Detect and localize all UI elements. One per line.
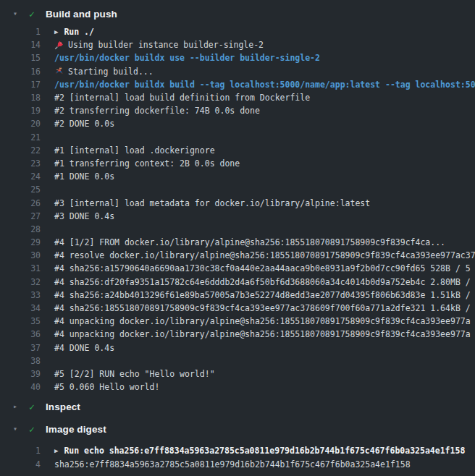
log-line: 1▶Run echo sha256:e7ff8834a5963a2785c5a0… bbox=[0, 444, 475, 457]
line-number[interactable]: 28 bbox=[0, 224, 41, 234]
line-number[interactable]: 25 bbox=[0, 184, 41, 195]
log-line: 35#4 unpacking docker.io/library/alpine@… bbox=[0, 315, 475, 328]
line-number[interactable]: 17 bbox=[0, 80, 41, 90]
line-content: #5 [2/2] RUN echo "Hello world!" bbox=[54, 369, 215, 379]
line-text: #1 transferring context: 2B 0.0s done bbox=[54, 158, 240, 169]
log-line: 24#1 DONE 0.0s bbox=[0, 170, 475, 183]
section-title: Image digest bbox=[46, 424, 106, 435]
expand-run-chevron-icon[interactable]: ▶ bbox=[54, 29, 58, 35]
runner-icon bbox=[54, 67, 64, 76]
line-content: #3 DONE 0.4s bbox=[54, 211, 114, 221]
line-text: #3 DONE 0.4s bbox=[54, 211, 114, 221]
line-text: #4 unpacking docker.io/library/alpine@sh… bbox=[54, 316, 471, 326]
log-line: 27#3 DONE 0.4s bbox=[0, 210, 475, 223]
line-number[interactable]: 24 bbox=[0, 171, 41, 182]
log-line: 32#4 sha256:df20fa9351a15782c64e6dddb2d4… bbox=[0, 276, 475, 289]
expand-run-chevron-icon[interactable]: ▶ bbox=[54, 448, 58, 454]
line-number[interactable]: 40 bbox=[0, 382, 41, 392]
line-content: Starting build... bbox=[54, 67, 154, 77]
line-number[interactable]: 20 bbox=[0, 119, 41, 129]
line-number[interactable]: 26 bbox=[0, 198, 41, 208]
line-text: Run echo sha256:e7ff8834a5963a2785c5a081… bbox=[64, 446, 465, 456]
line-number[interactable]: 19 bbox=[0, 106, 41, 116]
log-section-image-digest: ▾✓Image digest1▶Run echo sha256:e7ff8834… bbox=[0, 420, 475, 470]
line-number[interactable]: 18 bbox=[0, 93, 41, 103]
line-text: /usr/bin/docker buildx use --builder bui… bbox=[54, 53, 320, 63]
line-text: #2 transferring dockerfile: 74B 0.0s don… bbox=[54, 106, 260, 116]
section-header-build-and-push[interactable]: ▾✓Build and push bbox=[0, 4, 475, 23]
section-header-inspect[interactable]: ▸✓Inspect bbox=[0, 397, 475, 416]
line-text: sha256:e7ff8834a5963a2785c5a0811e979d16b… bbox=[54, 459, 411, 469]
line-content: #4 sha256:df20fa9351a15782c64e6dddb2d4a6… bbox=[54, 277, 471, 287]
line-text: #1 DONE 0.0s bbox=[54, 171, 114, 182]
line-text: #4 sha256:185518070891758909c9f839cf4ca3… bbox=[54, 303, 471, 313]
log-line: 22#1 [internal] load .dockerignore bbox=[0, 144, 475, 157]
line-text: #1 [internal] load .dockerignore bbox=[54, 145, 215, 156]
line-content: #2 transferring dockerfile: 74B 0.0s don… bbox=[54, 106, 260, 116]
line-content: ▶Run ./ bbox=[54, 27, 94, 37]
line-number[interactable]: 36 bbox=[0, 329, 41, 339]
line-number[interactable]: 22 bbox=[0, 145, 41, 156]
chevron-right-icon[interactable]: ▸ bbox=[13, 403, 29, 410]
line-number[interactable]: 34 bbox=[0, 303, 41, 313]
section-header-image-digest[interactable]: ▾✓Image digest bbox=[0, 420, 475, 438]
log-line: 17/usr/bin/docker buildx build --tag loc… bbox=[0, 78, 475, 91]
line-number[interactable]: 33 bbox=[0, 290, 41, 300]
line-number[interactable]: 23 bbox=[0, 158, 41, 169]
line-number[interactable]: 35 bbox=[0, 316, 41, 326]
line-number[interactable]: 4 bbox=[0, 459, 41, 469]
line-number[interactable]: 16 bbox=[0, 67, 41, 77]
log-line: 26#3 [internal] load metadata for docker… bbox=[0, 196, 475, 209]
line-text: Starting build... bbox=[68, 67, 154, 77]
line-number[interactable]: 31 bbox=[0, 263, 41, 273]
line-text: #4 [1/2] FROM docker.io/library/alpine@s… bbox=[54, 237, 445, 247]
log-line: 4sha256:e7ff8834a5963a2785c5a0811e979d16… bbox=[0, 457, 475, 470]
line-content: #4 unpacking docker.io/library/alpine@sh… bbox=[54, 329, 471, 339]
log-line: 16Starting build... bbox=[0, 65, 475, 78]
line-text: #5 0.060 Hello world! bbox=[54, 382, 159, 392]
line-text: Using builder instance builder-single-2 bbox=[68, 40, 264, 50]
actions-log: ▾✓Build and push1▶Run ./14Using builder … bbox=[0, 0, 475, 471]
line-number[interactable]: 30 bbox=[0, 250, 41, 260]
line-text: #3 [internal] load metadata for docker.i… bbox=[54, 198, 370, 208]
line-content: #4 sha256:a15790640a6690aa1730c38cf0a440… bbox=[54, 263, 471, 273]
log-line: 37#4 DONE 0.4s bbox=[0, 341, 475, 354]
line-number[interactable]: 37 bbox=[0, 343, 41, 353]
log-line: 38 bbox=[0, 354, 475, 367]
log-line: 28 bbox=[0, 223, 475, 236]
line-number[interactable]: 21 bbox=[0, 132, 41, 143]
log-line: 29#4 [1/2] FROM docker.io/library/alpine… bbox=[0, 236, 475, 249]
log-line: 36#4 unpacking docker.io/library/alpine@… bbox=[0, 328, 475, 341]
log-line: 25 bbox=[0, 183, 475, 196]
line-number[interactable]: 38 bbox=[0, 356, 41, 366]
line-text: #4 DONE 0.4s bbox=[54, 343, 114, 353]
line-number[interactable]: 29 bbox=[0, 237, 41, 247]
log-line: 30#4 resolve docker.io/library/alpine@sh… bbox=[0, 249, 475, 262]
log-line: 23#1 transferring context: 2B 0.0s done bbox=[0, 157, 475, 170]
log-section-build-and-push: ▾✓Build and push1▶Run ./14Using builder … bbox=[0, 4, 475, 394]
line-content: ▶Run echo sha256:e7ff8834a5963a2785c5a08… bbox=[54, 446, 465, 456]
line-content: #4 resolve docker.io/library/alpine@sha2… bbox=[54, 250, 475, 260]
line-number[interactable]: 1 bbox=[0, 27, 41, 37]
line-number[interactable]: 1 bbox=[0, 446, 41, 456]
line-number[interactable]: 27 bbox=[0, 211, 41, 221]
log-line: 40#5 0.060 Hello world! bbox=[0, 381, 475, 394]
line-content: #3 [internal] load metadata for docker.i… bbox=[54, 198, 370, 208]
line-content: #1 [internal] load .dockerignore bbox=[54, 145, 215, 156]
line-text: #2 DONE 0.0s bbox=[54, 119, 114, 129]
line-number[interactable]: 14 bbox=[0, 40, 41, 50]
log-line: 21 bbox=[0, 131, 475, 144]
log-line: 15/usr/bin/docker buildx use --builder b… bbox=[0, 51, 475, 64]
log-section-inspect: ▸✓Inspect bbox=[0, 397, 475, 416]
section-body-image-digest: 1▶Run echo sha256:e7ff8834a5963a2785c5a0… bbox=[0, 444, 475, 470]
line-text: #4 resolve docker.io/library/alpine@sha2… bbox=[54, 250, 475, 260]
line-content: sha256:e7ff8834a5963a2785c5a0811e979d16b… bbox=[54, 459, 411, 469]
chevron-down-icon[interactable]: ▾ bbox=[13, 425, 29, 433]
log-line: 39#5 [2/2] RUN echo "Hello world!" bbox=[0, 367, 475, 381]
line-number[interactable]: 39 bbox=[0, 369, 41, 379]
line-number[interactable]: 15 bbox=[0, 53, 41, 63]
chevron-down-icon[interactable]: ▾ bbox=[13, 10, 29, 17]
line-content: #4 sha256:a24bb4013296f61e89ba57005a7b3e… bbox=[54, 290, 471, 300]
line-number[interactable]: 32 bbox=[0, 277, 41, 287]
line-content: #4 [1/2] FROM docker.io/library/alpine@s… bbox=[54, 237, 445, 247]
